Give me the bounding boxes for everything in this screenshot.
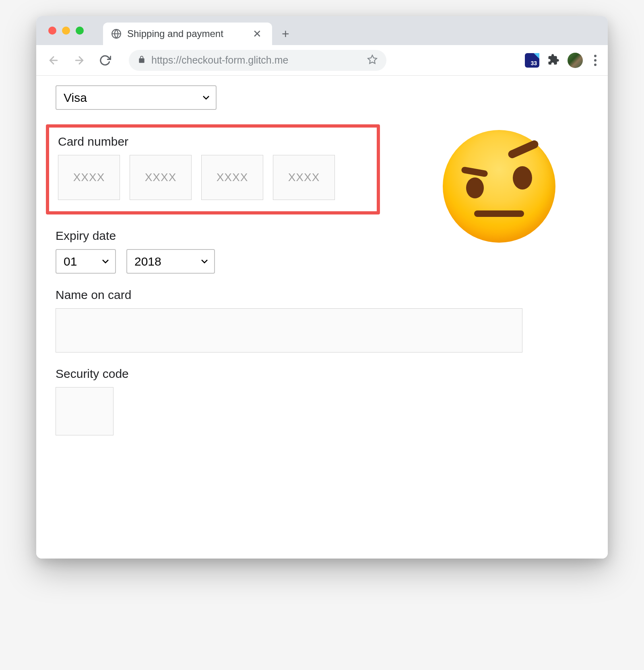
name-on-card-label: Name on card bbox=[56, 288, 588, 302]
globe-icon bbox=[111, 29, 122, 39]
name-on-card-input[interactable] bbox=[56, 308, 522, 353]
card-number-segment-4[interactable] bbox=[273, 155, 335, 200]
new-tab-button[interactable]: + bbox=[272, 23, 299, 45]
svg-marker-1 bbox=[368, 55, 377, 64]
reload-button[interactable] bbox=[96, 51, 114, 70]
address-bar[interactable]: https://checkout-form.glitch.me bbox=[129, 50, 386, 71]
bookmark-star-icon[interactable] bbox=[367, 54, 378, 66]
extension-badge[interactable]: 33 bbox=[525, 53, 539, 68]
expiry-year-select[interactable]: 2018 bbox=[126, 249, 215, 274]
card-type-select[interactable]: Visa bbox=[56, 85, 217, 110]
name-on-card-group: Name on card bbox=[56, 288, 588, 353]
card-type-group: Visa bbox=[56, 85, 588, 110]
card-number-segment-2[interactable] bbox=[130, 155, 192, 200]
extensions-icon[interactable] bbox=[547, 54, 559, 67]
extension-badge-count: 33 bbox=[529, 60, 539, 67]
window-controls bbox=[48, 27, 84, 35]
lock-icon bbox=[138, 55, 146, 66]
security-code-group: Security code bbox=[56, 367, 588, 435]
back-button[interactable] bbox=[44, 51, 63, 70]
browser-toolbar: https://checkout-form.glitch.me 33 bbox=[36, 45, 608, 76]
url-text: https://checkout-form.glitch.me bbox=[151, 54, 361, 66]
page-content: Visa Card number Expiry date bbox=[36, 76, 608, 559]
tab-bar: Shipping and payment ✕ + bbox=[36, 16, 608, 45]
minimize-window-button[interactable] bbox=[62, 27, 70, 35]
card-number-segment-3[interactable] bbox=[201, 155, 263, 200]
security-code-input[interactable] bbox=[56, 387, 114, 435]
expiry-month-select[interactable]: 01 bbox=[56, 249, 116, 274]
forward-button[interactable] bbox=[70, 51, 89, 70]
browser-menu-button[interactable] bbox=[591, 52, 600, 69]
close-tab-button[interactable]: ✕ bbox=[250, 28, 264, 40]
profile-avatar[interactable] bbox=[568, 53, 583, 68]
toolbar-right: 33 bbox=[525, 52, 600, 69]
close-window-button[interactable] bbox=[48, 27, 56, 35]
skeptical-emoji-icon bbox=[443, 130, 555, 243]
browser-tab[interactable]: Shipping and payment ✕ bbox=[103, 23, 272, 45]
card-number-label: Card number bbox=[58, 135, 368, 148]
maximize-window-button[interactable] bbox=[76, 27, 84, 35]
tab-title: Shipping and payment bbox=[127, 28, 245, 39]
browser-window: Shipping and payment ✕ + https://checkou… bbox=[36, 16, 608, 559]
security-code-label: Security code bbox=[56, 367, 588, 381]
card-number-segment-1[interactable] bbox=[58, 155, 120, 200]
card-number-inputs bbox=[58, 155, 368, 200]
card-number-highlight: Card number bbox=[46, 124, 380, 214]
